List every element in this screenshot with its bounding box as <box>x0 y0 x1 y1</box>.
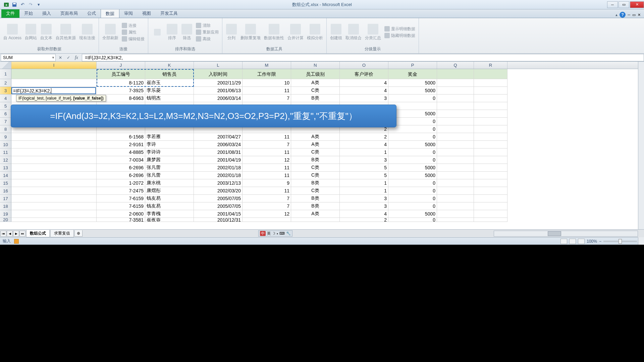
btn-sort[interactable]: 排序 <box>165 23 179 42</box>
cell[interactable]: C类 <box>291 172 340 179</box>
cell[interactable] <box>474 210 507 218</box>
cell[interactable]: 2-9161 <box>97 141 145 148</box>
new-sheet-button[interactable]: ⊕ <box>74 230 83 237</box>
cell[interactable]: 0 <box>388 195 437 202</box>
ime-dot-icon[interactable]: • <box>277 232 278 236</box>
cell[interactable]: 2007/04/27 <box>194 133 243 141</box>
btn-data-valid[interactable]: 数据有效性 <box>263 23 285 42</box>
row-header-9[interactable]: 9 <box>0 133 11 141</box>
cell[interactable] <box>437 210 474 218</box>
cell[interactable] <box>11 187 97 195</box>
fx-icon[interactable]: fx <box>73 54 80 61</box>
cell[interactable]: 7 <box>243 202 291 210</box>
row-header-19[interactable]: 19 <box>0 210 11 218</box>
cell[interactable] <box>474 202 507 210</box>
cell[interactable]: 员工编号 <box>97 69 145 79</box>
cell[interactable]: 0 <box>388 148 437 156</box>
row-header-14[interactable]: 14 <box>0 172 11 179</box>
col-header-R[interactable]: R <box>474 62 507 69</box>
doc-restore-icon[interactable]: ▭ <box>632 13 636 17</box>
cell[interactable]: B类 <box>291 195 340 202</box>
cell[interactable]: 奖金 <box>388 69 437 79</box>
file-tab[interactable]: 文件 <box>1 9 19 18</box>
col-header-P[interactable]: P <box>388 62 437 69</box>
cell[interactable]: C类 <box>291 87 340 95</box>
row-header-20[interactable]: 20 <box>0 218 11 222</box>
redo-icon[interactable]: ↷ <box>27 1 34 8</box>
cell[interactable] <box>474 172 507 179</box>
cell[interactable] <box>11 179 97 187</box>
cell[interactable] <box>474 195 507 202</box>
cell[interactable]: 4 <box>340 141 388 148</box>
cell[interactable]: 10 <box>243 79 291 87</box>
cell[interactable]: C类 <box>291 187 340 195</box>
sheet-tab-1[interactable]: 数组公式 <box>26 230 50 237</box>
cell[interactable] <box>437 133 474 141</box>
cell[interactable]: 6-2696 <box>97 172 145 179</box>
btn-existing-conn[interactable]: 现有连接 <box>78 23 97 42</box>
cell[interactable] <box>474 141 507 148</box>
row-header-3[interactable]: 3 <box>0 87 11 95</box>
cell[interactable] <box>437 179 474 187</box>
cell[interactable]: 4 <box>340 79 388 87</box>
cell[interactable] <box>474 148 507 156</box>
excel-icon[interactable]: X <box>3 1 10 8</box>
cell[interactable]: C类 <box>291 164 340 172</box>
cell[interactable]: 2002/01/18 <box>194 172 243 179</box>
cell[interactable] <box>474 79 507 87</box>
cell[interactable]: 钱友易 <box>145 202 194 210</box>
qat-more-icon[interactable]: ▾ <box>35 1 42 8</box>
cell[interactable]: 6-1568 <box>97 133 145 141</box>
cell[interactable]: 1 <box>340 148 388 156</box>
cell[interactable]: 5000 <box>388 87 437 95</box>
cell[interactable]: 销售员 <box>145 69 194 79</box>
btn-from-other[interactable]: 自其他来源 <box>54 23 77 42</box>
cell[interactable]: B类 <box>291 202 340 210</box>
cell[interactable] <box>437 79 474 87</box>
maximize-button[interactable]: ▭ <box>619 1 629 8</box>
cell[interactable]: 7-0034 <box>97 156 145 164</box>
col-header-Q[interactable]: Q <box>437 62 474 69</box>
cell[interactable]: 张凡蕾 <box>145 164 194 172</box>
cell[interactable]: 2006/03/24 <box>194 141 243 148</box>
cell[interactable] <box>474 110 507 118</box>
horizontal-scrollbar[interactable] <box>494 231 638 237</box>
row-header-7[interactable]: 7 <box>0 118 11 125</box>
cell[interactable] <box>11 133 97 141</box>
cell[interactable] <box>474 118 507 125</box>
sheet-nav-prev-icon[interactable]: ◀ <box>7 231 13 237</box>
row-header-8[interactable]: 8 <box>0 125 11 133</box>
cell[interactable] <box>11 210 97 218</box>
cell[interactable]: A类 <box>291 141 340 148</box>
help-icon[interactable]: ? <box>620 12 626 18</box>
namebox-dropdown-icon[interactable]: ▼ <box>52 56 55 59</box>
col-header-J[interactable]: J <box>97 62 145 69</box>
btn-ungroup[interactable]: 取消组合 <box>344 23 363 42</box>
doc-min-icon[interactable]: ─ <box>628 13 630 17</box>
cell[interactable] <box>474 187 507 195</box>
zoom-out-button[interactable]: − <box>599 239 601 244</box>
btn-consolidate[interactable]: 合并计算 <box>286 23 305 42</box>
cell[interactable]: 0 <box>388 156 437 164</box>
cell[interactable]: 9 <box>243 179 291 187</box>
cell[interactable]: B类 <box>291 95 340 102</box>
view-normal-button[interactable] <box>560 239 567 244</box>
cell[interactable]: 2010/12/31 <box>194 218 243 222</box>
cell[interactable]: A类 <box>291 133 340 141</box>
accept-formula-icon[interactable]: ✓ <box>65 54 72 61</box>
sheet-nav-last-icon[interactable]: ⏭ <box>19 231 25 237</box>
row-header-11[interactable]: 11 <box>0 148 11 156</box>
cell[interactable]: 7-3925 <box>97 87 145 95</box>
col-header-O[interactable]: O <box>340 62 388 69</box>
cell[interactable] <box>474 179 507 187</box>
name-box[interactable]: SUM ▼ <box>1 54 56 61</box>
ime-kbd-icon[interactable]: ⌨ <box>279 231 285 236</box>
cell[interactable] <box>437 125 474 133</box>
cell[interactable] <box>437 110 474 118</box>
sheet-tab-2[interactable]: 求重复值 <box>50 230 74 237</box>
cell[interactable]: 7-2475 <box>97 187 145 195</box>
cell[interactable] <box>474 156 507 164</box>
cell[interactable]: 12 <box>243 210 291 218</box>
cells-grid[interactable]: 员工编号销售员入职时间工作年限员工级别客户评价奖金8-1120崔亦玉2002/1… <box>11 69 644 222</box>
cell[interactable]: 8-1120 <box>97 79 145 87</box>
